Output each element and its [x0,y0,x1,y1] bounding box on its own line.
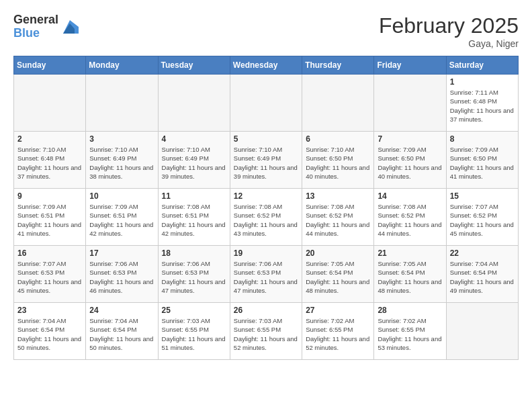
empty-cell [446,303,518,360]
day-number: 8 [450,134,515,144]
day-number: 10 [89,191,154,201]
day-cell-14: 14Sunrise: 7:08 AMSunset: 6:52 PMDayligh… [374,189,446,246]
day-info: Sunrise: 7:08 AMSunset: 6:52 PMDaylight:… [378,202,442,238]
day-number: 5 [234,134,298,144]
day-cell-26: 26Sunrise: 7:03 AMSunset: 6:55 PMDayligh… [230,303,302,360]
day-info: Sunrise: 7:09 AMSunset: 6:51 PMDaylight:… [89,202,154,238]
day-number: 21 [378,248,442,258]
day-number: 28 [378,306,442,315]
month-title: February 2025 [379,13,519,38]
day-info: Sunrise: 7:06 AMSunset: 6:53 PMDaylight:… [234,259,298,295]
day-info: Sunrise: 7:04 AMSunset: 6:54 PMDaylight:… [17,316,82,352]
day-number: 19 [234,248,298,258]
day-cell-21: 21Sunrise: 7:05 AMSunset: 6:54 PMDayligh… [374,246,446,303]
day-info: Sunrise: 7:10 AMSunset: 6:49 PMDaylight:… [162,145,226,181]
day-info: Sunrise: 7:03 AMSunset: 6:55 PMDaylight:… [234,316,298,352]
day-cell-10: 10Sunrise: 7:09 AMSunset: 6:51 PMDayligh… [86,189,158,246]
calendar-body: 1Sunrise: 7:11 AMSunset: 6:48 PMDaylight… [14,75,519,360]
day-cell-25: 25Sunrise: 7:03 AMSunset: 6:55 PMDayligh… [158,303,230,360]
day-info: Sunrise: 7:09 AMSunset: 6:51 PMDaylight:… [17,202,82,238]
day-number: 1 [450,77,515,87]
calendar-table: SundayMondayTuesdayWednesdayThursdayFrid… [13,56,519,360]
logo-icon [60,17,80,37]
week-row-1: 1Sunrise: 7:11 AMSunset: 6:48 PMDaylight… [14,75,519,132]
day-cell-3: 3Sunrise: 7:10 AMSunset: 6:49 PMDaylight… [86,132,158,189]
day-number: 14 [378,191,442,201]
day-info: Sunrise: 7:02 AMSunset: 6:55 PMDaylight:… [306,316,370,352]
week-row-3: 9Sunrise: 7:09 AMSunset: 6:51 PMDaylight… [14,189,519,246]
day-info: Sunrise: 7:03 AMSunset: 6:55 PMDaylight:… [162,316,226,352]
day-info: Sunrise: 7:05 AMSunset: 6:54 PMDaylight:… [306,259,370,295]
day-cell-6: 6Sunrise: 7:10 AMSunset: 6:50 PMDaylight… [302,132,374,189]
day-cell-13: 13Sunrise: 7:08 AMSunset: 6:52 PMDayligh… [302,189,374,246]
header-friday: Friday [374,56,446,75]
empty-cell [374,75,446,132]
empty-cell [302,75,374,132]
day-cell-1: 1Sunrise: 7:11 AMSunset: 6:48 PMDaylight… [446,75,518,132]
day-number: 7 [378,134,442,144]
day-info: Sunrise: 7:09 AMSunset: 6:50 PMDaylight:… [450,145,515,181]
logo: General Blue [13,13,80,40]
day-cell-11: 11Sunrise: 7:08 AMSunset: 6:51 PMDayligh… [158,189,230,246]
day-info: Sunrise: 7:06 AMSunset: 6:53 PMDaylight:… [162,259,226,295]
header-thursday: Thursday [302,56,374,75]
day-number: 24 [89,306,154,315]
logo-blue-text: Blue [13,27,58,40]
empty-cell [14,75,86,132]
day-number: 25 [162,306,226,315]
day-info: Sunrise: 7:07 AMSunset: 6:53 PMDaylight:… [17,259,82,295]
day-cell-23: 23Sunrise: 7:04 AMSunset: 6:54 PMDayligh… [14,303,86,360]
day-number: 26 [234,306,298,315]
day-cell-18: 18Sunrise: 7:06 AMSunset: 6:53 PMDayligh… [158,246,230,303]
day-cell-7: 7Sunrise: 7:09 AMSunset: 6:50 PMDaylight… [374,132,446,189]
day-cell-16: 16Sunrise: 7:07 AMSunset: 6:53 PMDayligh… [14,246,86,303]
day-number: 23 [17,306,82,315]
day-number: 13 [306,191,370,201]
day-cell-22: 22Sunrise: 7:04 AMSunset: 6:54 PMDayligh… [446,246,518,303]
day-cell-27: 27Sunrise: 7:02 AMSunset: 6:55 PMDayligh… [302,303,374,360]
day-number: 27 [306,306,370,315]
week-row-5: 23Sunrise: 7:04 AMSunset: 6:54 PMDayligh… [14,303,519,360]
empty-cell [230,75,302,132]
day-cell-12: 12Sunrise: 7:08 AMSunset: 6:52 PMDayligh… [230,189,302,246]
day-cell-17: 17Sunrise: 7:06 AMSunset: 6:53 PMDayligh… [86,246,158,303]
day-number: 12 [234,191,298,201]
header-sunday: Sunday [14,56,86,75]
day-info: Sunrise: 7:10 AMSunset: 6:49 PMDaylight:… [89,145,154,181]
header-tuesday: Tuesday [158,56,230,75]
day-info: Sunrise: 7:10 AMSunset: 6:49 PMDaylight:… [234,145,298,181]
day-number: 20 [306,248,370,258]
day-cell-15: 15Sunrise: 7:07 AMSunset: 6:52 PMDayligh… [446,189,518,246]
day-info: Sunrise: 7:10 AMSunset: 6:48 PMDaylight:… [17,145,82,181]
day-number: 3 [89,134,154,144]
day-cell-4: 4Sunrise: 7:10 AMSunset: 6:49 PMDaylight… [158,132,230,189]
day-cell-9: 9Sunrise: 7:09 AMSunset: 6:51 PMDaylight… [14,189,86,246]
day-cell-5: 5Sunrise: 7:10 AMSunset: 6:49 PMDaylight… [230,132,302,189]
day-info: Sunrise: 7:04 AMSunset: 6:54 PMDaylight:… [89,316,154,352]
day-number: 6 [306,134,370,144]
day-cell-2: 2Sunrise: 7:10 AMSunset: 6:48 PMDaylight… [14,132,86,189]
header-saturday: Saturday [446,56,518,75]
day-info: Sunrise: 7:09 AMSunset: 6:50 PMDaylight:… [378,145,442,181]
day-cell-20: 20Sunrise: 7:05 AMSunset: 6:54 PMDayligh… [302,246,374,303]
day-info: Sunrise: 7:08 AMSunset: 6:52 PMDaylight:… [234,202,298,238]
logo-general-text: General [13,13,58,27]
day-number: 4 [162,134,226,144]
header-row: SundayMondayTuesdayWednesdayThursdayFrid… [14,56,519,75]
day-info: Sunrise: 7:02 AMSunset: 6:55 PMDaylight:… [378,316,442,352]
empty-cell [86,75,158,132]
page-header: General Blue February 2025 Gaya, Niger [13,13,519,49]
day-info: Sunrise: 7:05 AMSunset: 6:54 PMDaylight:… [378,259,442,295]
day-cell-8: 8Sunrise: 7:09 AMSunset: 6:50 PMDaylight… [446,132,518,189]
day-info: Sunrise: 7:08 AMSunset: 6:51 PMDaylight:… [162,202,226,238]
day-number: 17 [89,248,154,258]
day-number: 16 [17,248,82,258]
day-info: Sunrise: 7:08 AMSunset: 6:52 PMDaylight:… [306,202,370,238]
title-area: February 2025 Gaya, Niger [379,13,519,49]
day-number: 9 [17,191,82,201]
day-number: 2 [17,134,82,144]
empty-cell [158,75,230,132]
calendar-header: SundayMondayTuesdayWednesdayThursdayFrid… [14,56,519,75]
day-number: 18 [162,248,226,258]
week-row-2: 2Sunrise: 7:10 AMSunset: 6:48 PMDaylight… [14,132,519,189]
